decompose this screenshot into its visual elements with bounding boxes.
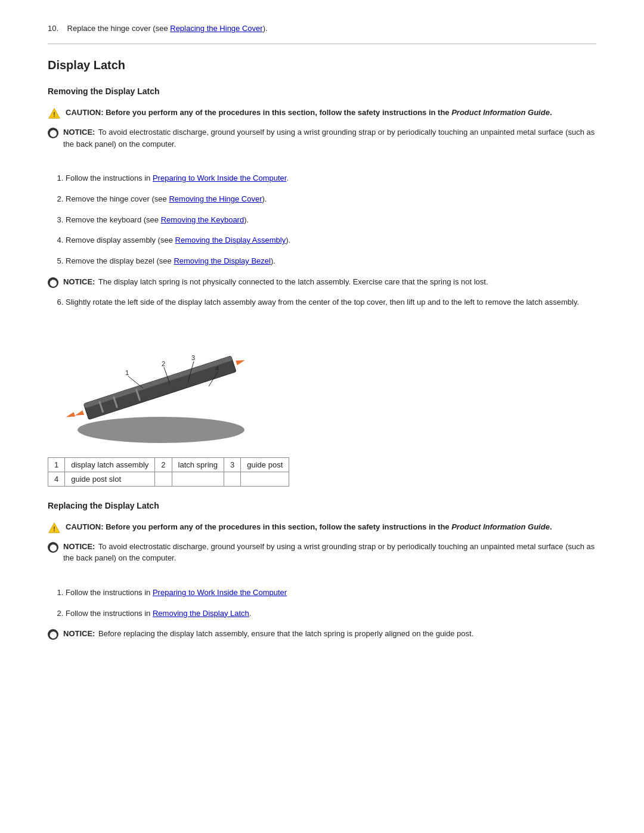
step-2: Remove the hinge cover (see Removing the…	[66, 193, 596, 206]
latch-notice-block: ⬤ NOTICE: Before replacing the display l…	[48, 628, 596, 640]
spring-notice-body: The display latch spring is not physical…	[98, 277, 488, 286]
step-5: Remove the display bezel (see Removing t…	[66, 255, 596, 268]
removing-caution-text: CAUTION: Before you perform any of the p…	[66, 107, 596, 119]
removing-step6-list: Slightly rotate the left side of the dis…	[66, 296, 596, 309]
replacing-caution-block: ! CAUTION: Before you perform any of the…	[48, 521, 596, 535]
caution-guide: Product Information Guide	[451, 108, 550, 117]
step-4-end: ).	[286, 236, 290, 244]
removing-esd-notice-text: NOTICE: To avoid electrostatic discharge…	[63, 126, 596, 150]
replacing-notice-label: NOTICE:	[63, 542, 95, 551]
step-1: Follow the instructions in Preparing to …	[66, 172, 596, 185]
replacing-steps-list: Follow the instructions in Preparing to …	[66, 587, 596, 620]
latch-notice-label: NOTICE:	[63, 629, 95, 638]
notice-label: NOTICE:	[63, 128, 95, 137]
caution-icon: !	[48, 107, 61, 120]
replacing-caution-guide: Product Information Guide	[451, 522, 550, 531]
part-num-1: 1	[48, 457, 65, 472]
parts-table: 1 display latch assembly 2 latch spring …	[48, 457, 289, 487]
table-row-1: 1 display latch assembly 2 latch spring …	[48, 457, 289, 472]
svg-point-2	[78, 417, 244, 443]
replace-step-2-end: .	[249, 609, 252, 618]
part-label-2: latch spring	[172, 457, 224, 472]
part-num-3: 3	[224, 457, 241, 472]
svg-marker-8	[74, 410, 84, 417]
replacing-hinge-cover-link[interactable]: Replacing the Hinge Cover	[170, 24, 262, 33]
part-num-5	[155, 472, 172, 486]
step-5-text: Remove the display bezel (see	[66, 256, 174, 265]
step-5-end: ).	[271, 256, 275, 265]
step-4: Remove display assembly (see Removing th…	[66, 234, 596, 247]
replacing-esd-body: To avoid electrostatic discharge, ground…	[63, 542, 595, 563]
preparing-link-1[interactable]: Preparing to Work Inside the Computer	[153, 174, 287, 182]
replacing-esd-notice-text: NOTICE: To avoid electrostatic discharge…	[63, 541, 596, 564]
svg-marker-10	[236, 358, 246, 365]
callout-2: 2	[162, 360, 165, 367]
part-label-4: guide post slot	[65, 472, 155, 486]
caution-label: CAUTION:	[66, 108, 104, 117]
svg-text:!: !	[53, 112, 55, 118]
part-label-5	[172, 472, 224, 486]
replacing-caution-label: CAUTION:	[66, 522, 104, 531]
replace-step-2: Follow the instructions in Removing the …	[66, 608, 596, 620]
esd-notice-body: To avoid electrostatic discharge, ground…	[63, 128, 595, 148]
caution-body: Before you perform any of the procedures…	[106, 108, 552, 117]
notice-icon: ⬤	[48, 128, 58, 138]
step-4-text: Remove display assembly (see	[66, 236, 175, 244]
callout-4: 4	[215, 365, 219, 372]
section-divider	[48, 44, 596, 44]
svg-line-11	[128, 376, 143, 388]
step-1-text: Follow the instructions in	[66, 174, 153, 182]
part-num-4: 4	[48, 472, 65, 486]
step-10-number: 10.	[48, 24, 58, 33]
removing-subsection: Removing the Display Latch ! CAUTION: Be…	[48, 86, 596, 487]
replacing-notice-icon: ⬤	[48, 542, 58, 553]
svg-text:!: !	[53, 525, 55, 532]
step-3: Remove the keyboard (see Removing the Ke…	[66, 214, 596, 227]
step-10-end: ).	[263, 24, 268, 33]
step-10-text: Replace the hinge cover (see	[67, 24, 171, 33]
replace-step-2-text: Follow the instructions in	[66, 609, 153, 618]
preparing-link-2[interactable]: Preparing to Work Inside the Computer	[153, 588, 287, 597]
part-label-3: guide post	[241, 457, 289, 472]
step-6: Slightly rotate the left side of the dis…	[66, 296, 596, 309]
step-2-text: Remove the hinge cover (see	[66, 194, 169, 203]
step-1-end: .	[286, 174, 289, 182]
callout-3: 3	[191, 354, 195, 361]
step-3-text: Remove the keyboard (see	[66, 215, 161, 224]
latch-notice-icon: ⬤	[48, 629, 58, 640]
part-num-6	[224, 472, 241, 486]
removing-hinge-link[interactable]: Removing the Hinge Cover	[169, 194, 262, 203]
step-10: 10. Replace the hinge cover (see Replaci…	[48, 24, 596, 33]
spring-notice-label: NOTICE:	[63, 277, 95, 286]
part-num-2: 2	[155, 457, 172, 472]
spring-notice-block: ⬤ NOTICE: The display latch spring is no…	[48, 276, 596, 288]
removing-caution-block: ! CAUTION: Before you perform any of the…	[48, 107, 596, 120]
replacing-caution-icon: !	[48, 522, 61, 535]
callout-1: 1	[125, 369, 129, 376]
replacing-caution-body: Before you perform any of the procedures…	[106, 522, 552, 531]
spring-notice-icon: ⬤	[48, 277, 58, 288]
removing-keyboard-link[interactable]: Removing the Keyboard	[161, 215, 244, 224]
removing-display-bezel-link[interactable]: Removing the Display Bezel	[174, 256, 271, 265]
latch-notice-body: Before replacing the display latch assem…	[98, 629, 473, 638]
svg-marker-9	[66, 412, 75, 419]
part-label-6	[241, 472, 289, 486]
removing-display-latch-link[interactable]: Removing the Display Latch	[153, 609, 249, 618]
removing-steps-list: Follow the instructions in Preparing to …	[66, 172, 596, 268]
display-latch-title: Display Latch	[48, 58, 596, 72]
latch-notice-text: NOTICE: Before replacing the display lat…	[63, 628, 596, 640]
replace-step-1: Follow the instructions in Preparing to …	[66, 587, 596, 599]
step-2-end: ).	[262, 194, 267, 203]
latch-diagram: 1 2 3 4	[66, 320, 268, 447]
replacing-subsection-title: Replacing the Display Latch	[48, 501, 596, 510]
table-row-2: 4 guide post slot	[48, 472, 289, 486]
removing-display-assembly-link[interactable]: Removing the Display Assembly	[175, 236, 286, 244]
replacing-esd-notice-block: ⬤ NOTICE: To avoid electrostatic dischar…	[48, 541, 596, 564]
step-6-text: Slightly rotate the left side of the dis…	[66, 298, 579, 306]
step-3-end: ).	[244, 215, 249, 224]
removing-subsection-title: Removing the Display Latch	[48, 86, 596, 96]
removing-esd-notice-block: ⬤ NOTICE: To avoid electrostatic dischar…	[48, 126, 596, 150]
svg-rect-4	[83, 356, 233, 408]
replacing-caution-text: CAUTION: Before you perform any of the p…	[66, 521, 596, 533]
replacing-subsection: Replacing the Display Latch ! CAUTION: B…	[48, 501, 596, 640]
